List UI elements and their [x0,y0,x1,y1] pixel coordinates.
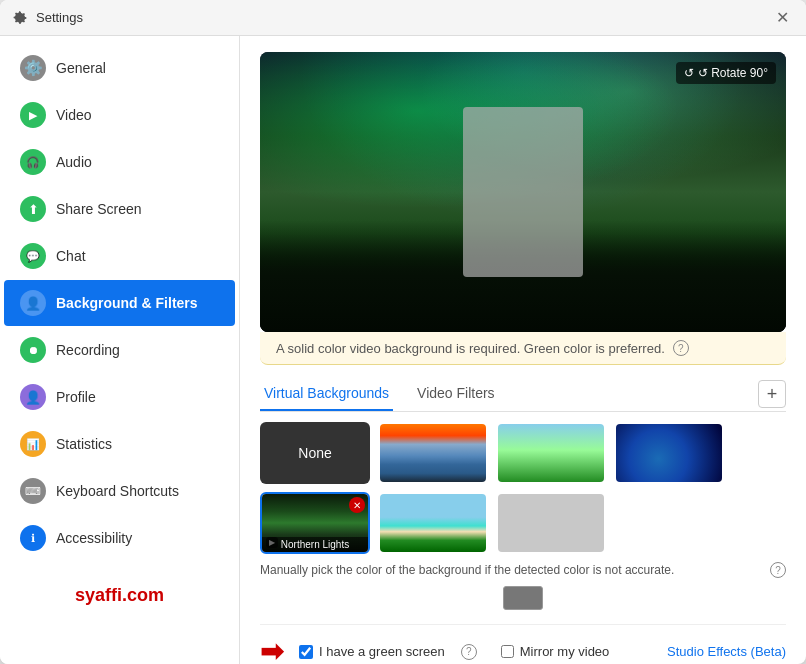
warning-bar: A solid color video background is requir… [260,332,786,365]
keyboard-icon: ⌨ [20,478,46,504]
sidebar-item-recording[interactable]: ⏺ Recording [4,327,235,373]
warning-text: A solid color video background is requir… [276,341,665,356]
share-icon: ⬆ [20,196,46,222]
studio-effects-link[interactable]: Studio Effects (Beta) [667,644,786,659]
beach-preview [380,494,486,552]
color-swatch[interactable] [503,586,543,610]
sidebar-item-general[interactable]: ⚙️ General [4,45,235,91]
statistics-icon: 📊 [20,431,46,457]
sidebar-item-profile[interactable]: 👤 Profile [4,374,235,420]
color-swatch-row [260,586,786,610]
recording-icon: ⏺ [20,337,46,363]
titlebar: Settings ✕ [0,0,806,36]
background-grid-row1: None [260,422,786,484]
chat-icon: 💬 [20,243,46,269]
watermark: syaffi.com [0,577,239,614]
bg-grass[interactable] [496,422,606,484]
tabs-row: Virtual Backgrounds Video Filters + [260,377,786,412]
bg-beach[interactable] [378,492,488,554]
audio-icon: 🎧 [20,149,46,175]
close-button[interactable]: ✕ [770,6,794,30]
bg-earth[interactable] [614,422,724,484]
tab-virtual-backgrounds[interactable]: Virtual Backgrounds [260,377,393,411]
mirror-video-checkbox[interactable] [501,645,514,658]
rotate-button[interactable]: ↺ ↺ Rotate 90° [676,62,776,84]
add-background-button[interactable]: + [758,380,786,408]
bg-golden-gate[interactable] [378,422,488,484]
mirror-video-label[interactable]: Mirror my video [501,644,610,659]
sidebar-item-keyboard[interactable]: ⌨ Keyboard Shortcuts [4,468,235,514]
green-screen-info-icon[interactable]: ? [461,644,477,660]
general-icon: ⚙️ [20,55,46,81]
bg-none[interactable]: None [260,422,370,484]
accessibility-icon: ℹ [20,525,46,551]
rotate-icon: ↺ [684,66,694,80]
background-grid-row2: ✕ ▶ Northern Lights [260,492,786,554]
green-screen-label[interactable]: I have a green screen [299,644,445,659]
window-title: Settings [36,10,770,25]
sidebar: ⚙️ General ▶ Video 🎧 Audio ⬆ Share Scree… [0,36,240,664]
red-arrow-annotation: ➡ [260,635,283,664]
bg-northern-lights[interactable]: ✕ ▶ Northern Lights [260,492,370,554]
manual-pick-info-icon[interactable]: ? [770,562,786,578]
settings-icon [12,10,28,26]
manual-pick-text: Manually pick the color of the backgroun… [260,563,762,577]
earth-preview [616,424,722,482]
bg-gray[interactable] [496,492,606,554]
green-screen-checkbox[interactable] [299,645,313,659]
grass-preview [498,424,604,482]
sidebar-item-background[interactable]: 👤 Background & Filters [4,280,235,326]
sidebar-item-share-screen[interactable]: ⬆ Share Screen [4,186,235,232]
tab-video-filters[interactable]: Video Filters [413,377,499,411]
video-icon-sidebar: ▶ [20,102,46,128]
video-placeholder [463,107,583,277]
manual-color-row: Manually pick the color of the backgroun… [260,562,786,578]
bottom-options-row: ➡ I have a green screen ? Mirror my vide… [260,624,786,664]
gray-preview [498,494,604,552]
warning-info-icon[interactable]: ? [673,340,689,356]
content-area: ⚙️ General ▶ Video 🎧 Audio ⬆ Share Scree… [0,36,806,664]
golden-gate-preview [380,424,486,482]
northern-lights-label: Northern Lights [262,537,368,552]
profile-icon: 👤 [20,384,46,410]
sidebar-item-chat[interactable]: 💬 Chat [4,233,235,279]
settings-window: Settings ✕ ⚙️ General ▶ Video 🎧 Audio ⬆ [0,0,806,664]
video-preview: ↺ ↺ Rotate 90° [260,52,786,332]
sidebar-item-audio[interactable]: 🎧 Audio [4,139,235,185]
sidebar-item-video[interactable]: ▶ Video [4,92,235,138]
background-icon: 👤 [20,290,46,316]
main-content: ↺ ↺ Rotate 90° A solid color video backg… [240,36,806,664]
remove-northern-lights-badge[interactable]: ✕ [349,497,365,513]
sidebar-item-accessibility[interactable]: ℹ Accessibility [4,515,235,561]
sidebar-item-statistics[interactable]: 📊 Statistics [4,421,235,467]
